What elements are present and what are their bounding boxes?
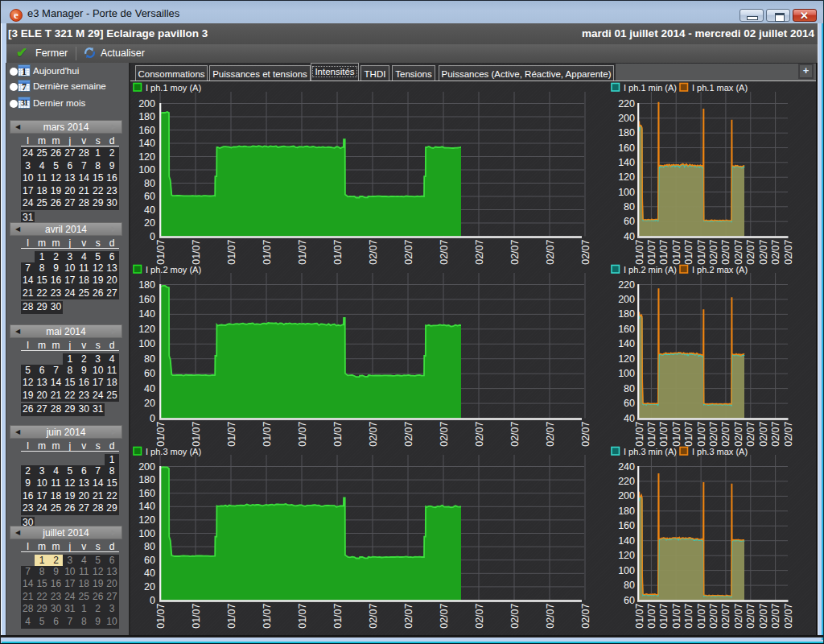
svg-text:02/07: 02/07 bbox=[509, 421, 521, 446]
svg-text:02/07: 02/07 bbox=[368, 239, 379, 264]
svg-text:01/07: 01/07 bbox=[155, 239, 167, 264]
svg-text:I ph.3 moy (A): I ph.3 moy (A) bbox=[146, 447, 201, 456]
svg-text:02/07: 02/07 bbox=[770, 239, 781, 264]
svg-text:01/07: 01/07 bbox=[332, 239, 344, 264]
svg-text:140: 140 bbox=[618, 338, 635, 349]
svg-text:100: 100 bbox=[138, 338, 155, 349]
svg-text:240: 240 bbox=[618, 461, 635, 473]
svg-text:200: 200 bbox=[618, 490, 635, 502]
svg-text:02/07: 02/07 bbox=[403, 603, 414, 628]
svg-text:02/07: 02/07 bbox=[368, 603, 379, 628]
svg-text:02/07: 02/07 bbox=[368, 421, 379, 446]
svg-text:02/07: 02/07 bbox=[708, 421, 719, 446]
svg-text:02/07: 02/07 bbox=[708, 239, 719, 264]
svg-text:02/07: 02/07 bbox=[745, 239, 756, 264]
svg-text:02/07: 02/07 bbox=[770, 421, 781, 446]
svg-text:02/07: 02/07 bbox=[783, 239, 794, 264]
svg-text:60: 60 bbox=[144, 555, 155, 566]
svg-text:01/07: 01/07 bbox=[297, 239, 308, 264]
svg-text:01/07: 01/07 bbox=[646, 421, 657, 446]
svg-text:01/07: 01/07 bbox=[226, 421, 237, 446]
svg-text:01/07: 01/07 bbox=[696, 603, 707, 628]
svg-text:I ph.1 max (A): I ph.1 max (A) bbox=[692, 83, 748, 93]
svg-text:01/07: 01/07 bbox=[262, 421, 273, 446]
svg-text:20: 20 bbox=[144, 217, 155, 229]
svg-text:01/07: 01/07 bbox=[155, 603, 167, 628]
svg-text:60: 60 bbox=[624, 216, 635, 227]
svg-text:01/07: 01/07 bbox=[646, 603, 657, 628]
svg-text:01/07: 01/07 bbox=[297, 421, 308, 446]
svg-text:220: 220 bbox=[618, 279, 635, 291]
svg-text:01/07: 01/07 bbox=[646, 239, 657, 264]
svg-text:01/07: 01/07 bbox=[634, 421, 645, 446]
svg-text:I ph.1 moy (A): I ph.1 moy (A) bbox=[146, 83, 201, 93]
svg-text:120: 120 bbox=[138, 151, 155, 163]
svg-text:180: 180 bbox=[618, 127, 635, 138]
svg-text:01/07: 01/07 bbox=[191, 239, 202, 264]
svg-text:02/07: 02/07 bbox=[403, 421, 414, 446]
svg-text:02/07: 02/07 bbox=[770, 603, 781, 628]
svg-text:02/07: 02/07 bbox=[720, 421, 731, 446]
svg-text:02/07: 02/07 bbox=[545, 239, 556, 264]
svg-text:40: 40 bbox=[144, 383, 155, 394]
svg-text:40: 40 bbox=[144, 204, 155, 216]
svg-text:01/07: 01/07 bbox=[297, 603, 308, 628]
svg-text:02/07: 02/07 bbox=[745, 421, 756, 446]
svg-text:01/07: 01/07 bbox=[262, 239, 273, 264]
svg-text:02/07: 02/07 bbox=[474, 239, 485, 264]
svg-text:140: 140 bbox=[138, 308, 155, 320]
svg-text:01/07: 01/07 bbox=[683, 421, 694, 446]
svg-text:02/07: 02/07 bbox=[580, 603, 591, 628]
svg-text:02/07: 02/07 bbox=[580, 239, 591, 264]
svg-text:01/07: 01/07 bbox=[634, 239, 645, 264]
svg-text:01/07: 01/07 bbox=[634, 603, 645, 628]
svg-text:140: 140 bbox=[618, 157, 635, 168]
svg-text:80: 80 bbox=[144, 178, 155, 189]
svg-text:01/07: 01/07 bbox=[683, 603, 694, 628]
svg-text:I ph.2 moy (A): I ph.2 moy (A) bbox=[146, 265, 201, 275]
svg-text:100: 100 bbox=[618, 187, 635, 198]
svg-text:200: 200 bbox=[138, 98, 155, 109]
svg-text:180: 180 bbox=[138, 279, 155, 291]
svg-text:80: 80 bbox=[624, 201, 635, 213]
svg-text:160: 160 bbox=[618, 324, 635, 335]
svg-text:01/07: 01/07 bbox=[671, 421, 682, 446]
svg-text:01/07: 01/07 bbox=[191, 421, 202, 446]
svg-text:02/07: 02/07 bbox=[733, 603, 744, 628]
svg-text:02/07: 02/07 bbox=[708, 603, 719, 628]
svg-text:01/07: 01/07 bbox=[262, 603, 273, 628]
svg-text:80: 80 bbox=[144, 541, 155, 552]
svg-text:120: 120 bbox=[138, 514, 155, 526]
svg-text:I ph.1 min (A): I ph.1 min (A) bbox=[624, 83, 677, 93]
svg-text:100: 100 bbox=[138, 164, 155, 175]
svg-text:100: 100 bbox=[618, 368, 635, 379]
svg-text:02/07: 02/07 bbox=[733, 239, 744, 264]
svg-text:80: 80 bbox=[624, 580, 635, 591]
svg-text:01/07: 01/07 bbox=[332, 603, 344, 628]
svg-text:160: 160 bbox=[618, 520, 635, 531]
svg-text:40: 40 bbox=[144, 568, 155, 579]
svg-text:01/07: 01/07 bbox=[696, 239, 707, 264]
svg-text:60: 60 bbox=[144, 368, 155, 379]
svg-text:80: 80 bbox=[624, 383, 635, 394]
svg-text:120: 120 bbox=[618, 550, 635, 561]
svg-text:160: 160 bbox=[138, 488, 155, 499]
svg-text:02/07: 02/07 bbox=[545, 421, 556, 446]
svg-text:02/07: 02/07 bbox=[509, 239, 521, 264]
svg-text:200: 200 bbox=[618, 294, 635, 305]
svg-text:02/07: 02/07 bbox=[720, 239, 731, 264]
svg-text:02/07: 02/07 bbox=[474, 421, 485, 446]
svg-text:I ph.3 min (A): I ph.3 min (A) bbox=[624, 447, 677, 456]
svg-text:02/07: 02/07 bbox=[439, 603, 450, 628]
svg-text:200: 200 bbox=[138, 461, 155, 473]
svg-text:02/07: 02/07 bbox=[439, 421, 450, 446]
svg-text:01/07: 01/07 bbox=[226, 239, 237, 264]
svg-text:02/07: 02/07 bbox=[758, 421, 769, 446]
svg-text:180: 180 bbox=[618, 308, 635, 320]
svg-text:01/07: 01/07 bbox=[332, 421, 344, 446]
svg-text:140: 140 bbox=[138, 138, 155, 149]
svg-text:180: 180 bbox=[138, 474, 155, 485]
svg-text:02/07: 02/07 bbox=[783, 603, 794, 628]
svg-text:02/07: 02/07 bbox=[474, 603, 485, 628]
svg-text:02/07: 02/07 bbox=[720, 603, 731, 628]
